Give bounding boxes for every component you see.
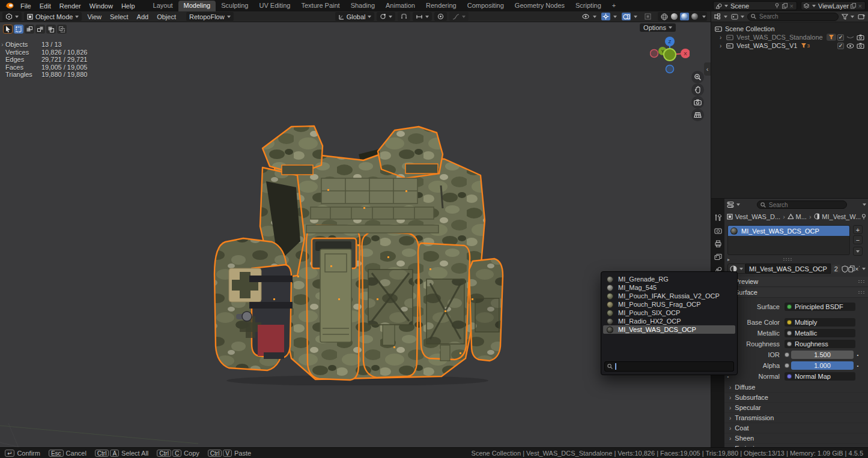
menu-add[interactable]: Add	[133, 13, 153, 20]
alpha-slider[interactable]: 1.000	[791, 361, 854, 370]
gizmos-toggle[interactable]	[601, 13, 610, 20]
filter-funnel-icon[interactable]	[842, 14, 848, 20]
menu-file[interactable]: File	[16, 2, 35, 10]
tab-layout[interactable]: Layout	[148, 1, 178, 11]
tab-tool[interactable]	[711, 211, 724, 224]
panel-coat[interactable]: ›Coat	[724, 423, 868, 433]
tab-geometry-nodes[interactable]: Geometry Nodes	[509, 1, 570, 11]
proportional-editing-toggle[interactable]	[434, 12, 447, 21]
pin-icon[interactable]	[861, 214, 866, 220]
transform-orientation-selector[interactable]: Global	[335, 12, 375, 21]
snap-toggle[interactable]	[398, 12, 410, 21]
tab-compositing[interactable]: Compositing	[462, 1, 509, 11]
popup-item[interactable]: MI_Mag_545	[603, 283, 735, 292]
new-copy-icon[interactable]	[851, 3, 856, 9]
expand-arrow[interactable]: ▸	[727, 257, 730, 262]
tab-render[interactable]	[711, 224, 724, 237]
menu-window[interactable]: Window	[85, 2, 117, 10]
material-slot-list[interactable]: MI_Vest_WAS_DCS_OCP	[727, 225, 850, 255]
shading-material-preview-button[interactable]	[680, 13, 689, 20]
normal-field[interactable]: Normal Map	[785, 372, 855, 381]
snap-target-selector[interactable]	[413, 12, 432, 21]
surface-shader-field[interactable]: Principled BSDF	[785, 303, 855, 311]
popup-item[interactable]: MI_Grenade_RG	[603, 275, 735, 283]
zoom-viewport-button[interactable]	[691, 71, 704, 83]
fake-user-shield-button[interactable]	[842, 264, 848, 273]
xray-toggle[interactable]	[643, 13, 652, 20]
popup-search[interactable]	[604, 361, 734, 372]
panel-preview[interactable]: ▸ Preview	[724, 277, 868, 287]
roughness-field[interactable]: Roughness	[785, 340, 855, 348]
axis-gizmo[interactable]: Y X Z	[650, 34, 690, 74]
outliner-row-scene-collection[interactable]: Scene Collection	[711, 25, 868, 33]
vest-model[interactable]	[207, 118, 508, 385]
remove-icon[interactable]: ×	[858, 2, 862, 10]
panel-subsurface[interactable]: ›Subsurface	[724, 393, 868, 403]
properties-search-input[interactable]	[768, 201, 843, 209]
pin-icon[interactable]	[774, 3, 780, 8]
remove-slot-button[interactable]: −	[853, 235, 863, 244]
tweak-tool-button[interactable]	[3, 25, 13, 34]
panel-diffuse[interactable]: ›Diffuse	[724, 382, 868, 393]
metallic-field[interactable]: Metallic	[785, 329, 855, 337]
popup-item-highlighted[interactable]: MI_Vest_WAS_DCS_OCP	[603, 325, 735, 334]
menu-render[interactable]: Render	[55, 2, 85, 10]
menu-edit[interactable]: Edit	[35, 2, 55, 10]
filter-badge[interactable]	[827, 34, 836, 41]
panel-sheen[interactable]: ›Sheen	[724, 433, 868, 444]
hide-eye-closed-icon[interactable]	[846, 35, 854, 40]
editor-type-button[interactable]	[2, 12, 22, 21]
popup-item[interactable]: MI_Pouch_IFAK_Russia_V2_OCP	[603, 292, 735, 300]
resize-grip[interactable]	[783, 258, 792, 261]
menu-object[interactable]: Object	[153, 13, 180, 20]
disable-render-camera-icon[interactable]	[857, 43, 864, 49]
tab-animation[interactable]: Animation	[380, 1, 420, 11]
select-mode-difference-button[interactable]	[46, 25, 56, 34]
popup-item[interactable]: MI_Pouch_RUS_Frag_OCP	[603, 300, 735, 309]
editor-outliner-icon[interactable]	[714, 13, 721, 20]
hide-eye-icon[interactable]	[846, 43, 854, 49]
tab-output[interactable]	[711, 237, 724, 250]
add-workspace-button[interactable]: +	[607, 1, 621, 11]
pan-viewport-button[interactable]	[691, 83, 704, 96]
breadcrumb-material[interactable]: MI_Vest_W...	[822, 213, 861, 220]
add-slot-button[interactable]: +	[853, 225, 863, 234]
shading-wireframe-button[interactable]	[660, 13, 669, 20]
chevron-down-icon[interactable]	[863, 203, 866, 206]
shading-rendered-button[interactable]	[690, 13, 699, 20]
tab-scripting[interactable]: Scripting	[570, 1, 607, 11]
select-mode-extend-button[interactable]	[25, 25, 34, 34]
new-collection-icon[interactable]	[858, 13, 866, 20]
select-mode-new-button[interactable]	[14, 25, 23, 34]
camera-view-button[interactable]	[691, 96, 704, 109]
breadcrumb-object[interactable]: Vest_WAS_D...	[735, 213, 780, 220]
disable-render-camera-icon[interactable]	[857, 34, 864, 40]
shading-solid-button[interactable]	[670, 13, 679, 20]
mode-selector[interactable]: Object Mode	[24, 12, 82, 21]
new-material-copy-button[interactable]	[848, 264, 855, 273]
select-mode-subtract-button[interactable]	[35, 25, 45, 34]
pivot-point-selector[interactable]	[377, 12, 395, 21]
menu-select[interactable]: Select	[106, 13, 133, 20]
tab-rendering[interactable]: Rendering	[420, 1, 462, 11]
menu-help[interactable]: Help	[117, 2, 139, 10]
panel-transmission[interactable]: ›Transmission	[724, 413, 868, 423]
exclude-checkbox[interactable]: ✓	[837, 43, 844, 49]
popup-item[interactable]: MI_Radio_HX2_OCP	[603, 317, 735, 325]
outliner-row-vest-v1[interactable]: › Vest_WAS_DCS_V1 3 ✓	[711, 41, 868, 50]
editor-properties-icon[interactable]	[727, 201, 734, 208]
unlink-material-button[interactable]: ×	[855, 264, 858, 273]
properties-search[interactable]	[757, 200, 847, 209]
visibility-dropdown[interactable]	[581, 13, 590, 20]
menu-view[interactable]: View	[83, 13, 106, 20]
users-count-badge[interactable]: 2	[832, 265, 840, 273]
tab-uv-editing[interactable]: UV Editing	[253, 1, 296, 11]
filter-badge[interactable]: 3	[801, 43, 809, 49]
outliner-search[interactable]	[747, 13, 839, 21]
proportional-falloff-selector[interactable]	[449, 12, 469, 21]
scene-selector[interactable]: Scene ×	[713, 1, 797, 10]
ior-slider[interactable]: 1.500	[791, 351, 854, 359]
panel-surface[interactable]: ▾ Surface	[724, 288, 868, 298]
toggle-perspective-button[interactable]	[691, 109, 704, 121]
tab-modeling[interactable]: Modeling	[178, 1, 216, 11]
